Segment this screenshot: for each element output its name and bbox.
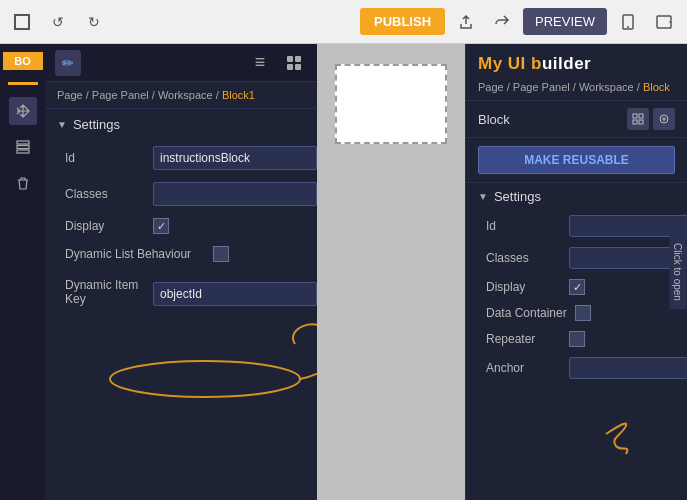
right-id-row: Id bbox=[466, 210, 687, 242]
workspace-canvas bbox=[315, 44, 467, 500]
id-input[interactable] bbox=[153, 146, 317, 170]
right-settings-header[interactable]: ▼ Settings bbox=[466, 182, 687, 210]
trash-icon[interactable] bbox=[9, 169, 37, 197]
svg-rect-5 bbox=[17, 141, 29, 144]
right-display-checkbox[interactable]: ✓ bbox=[569, 279, 585, 295]
right-id-input[interactable] bbox=[569, 215, 687, 237]
right-classes-row: Classes bbox=[466, 242, 687, 274]
hamburger-icon[interactable]: ≡ bbox=[247, 50, 273, 76]
orange-label: BO bbox=[3, 52, 43, 70]
share-icon[interactable] bbox=[487, 7, 517, 37]
display-checkbox[interactable]: ✓ bbox=[153, 218, 169, 234]
right-data-container-checkbox[interactable] bbox=[575, 305, 591, 321]
svg-rect-15 bbox=[633, 120, 637, 124]
right-id-label: Id bbox=[486, 219, 561, 233]
preview-button[interactable]: PREVIEW bbox=[523, 8, 607, 35]
svg-rect-8 bbox=[287, 56, 293, 62]
classes-input[interactable] bbox=[153, 182, 317, 206]
pen-tool-icon[interactable]: ✏ bbox=[55, 50, 81, 76]
right-repeater-row: Repeater bbox=[466, 326, 687, 352]
svg-rect-16 bbox=[639, 120, 643, 124]
right-repeater-checkbox[interactable] bbox=[569, 331, 585, 347]
canvas-area: ✏ ≡ Page / Page Panel / Workspace / Bloc… bbox=[45, 44, 687, 500]
dynamic-list-checkbox[interactable] bbox=[213, 246, 229, 262]
settings-arrow-icon: ▼ bbox=[57, 119, 67, 130]
right-display-row: Display ✓ bbox=[466, 274, 687, 300]
main-layout: BO ✏ ≡ bbox=[0, 44, 687, 500]
right-anchor-input[interactable] bbox=[569, 357, 687, 379]
block-puzzle-icon[interactable] bbox=[627, 108, 649, 130]
right-repeater-label: Repeater bbox=[486, 332, 561, 346]
right-panel: My UI builder Page / Page Panel / Worksp… bbox=[465, 44, 687, 500]
svg-rect-10 bbox=[287, 64, 293, 70]
top-bar: ↺ ↻ PUBLISH PREVIEW bbox=[0, 0, 687, 44]
left-panel: ✏ ≡ Page / Page Panel / Workspace / Bloc… bbox=[45, 44, 317, 500]
tablet-icon[interactable] bbox=[649, 7, 679, 37]
dynamic-item-label2: Key bbox=[65, 292, 145, 306]
dynamic-item-key-input[interactable] bbox=[153, 282, 317, 306]
right-settings-arrow-icon: ▼ bbox=[478, 191, 488, 202]
right-display-label: Display bbox=[486, 280, 561, 294]
move-icon[interactable] bbox=[9, 97, 37, 125]
workspace-block bbox=[335, 64, 447, 144]
block-label: Block bbox=[478, 112, 510, 127]
grid-layout-icon[interactable] bbox=[281, 50, 307, 76]
right-data-container-label: Data Container bbox=[486, 306, 567, 320]
svg-rect-14 bbox=[639, 114, 643, 118]
svg-rect-7 bbox=[17, 150, 29, 153]
right-anchor-label: Anchor bbox=[486, 361, 561, 375]
svg-rect-6 bbox=[17, 146, 29, 149]
make-reusable-button[interactable]: MAKE REUSABLE bbox=[478, 146, 675, 174]
dynamic-item-key-row: Dynamic Item Key bbox=[45, 268, 317, 312]
svg-rect-9 bbox=[295, 56, 301, 62]
left-panel-toolbar: ✏ ≡ bbox=[45, 44, 317, 82]
right-panel-title: My UI builder bbox=[466, 44, 687, 78]
publish-button[interactable]: PUBLISH bbox=[360, 8, 445, 35]
undo-icon[interactable]: ↺ bbox=[44, 8, 72, 36]
block-icons bbox=[627, 108, 675, 130]
block-row: Block bbox=[466, 101, 687, 138]
right-panel-breadcrumb: Page / Page Panel / Workspace / Block bbox=[466, 78, 687, 101]
svg-point-12 bbox=[110, 361, 300, 397]
classes-label: Classes bbox=[65, 187, 145, 201]
svg-rect-11 bbox=[295, 64, 301, 70]
display-label: Display bbox=[65, 219, 145, 233]
make-reusable-container: MAKE REUSABLE bbox=[466, 138, 687, 182]
square-icon[interactable] bbox=[8, 8, 36, 36]
dynamic-list-label: Dynamic List Behaviour bbox=[65, 247, 205, 261]
svg-rect-3 bbox=[657, 16, 671, 28]
upload-icon[interactable] bbox=[451, 7, 481, 37]
left-sidebar: BO bbox=[0, 44, 45, 500]
svg-rect-13 bbox=[633, 114, 637, 118]
id-row: Id bbox=[45, 140, 317, 176]
right-classes-label: Classes bbox=[486, 251, 561, 265]
svg-rect-0 bbox=[15, 15, 29, 29]
dynamic-list-row: Dynamic List Behaviour bbox=[45, 240, 317, 268]
settings-header[interactable]: ▼ Settings bbox=[45, 109, 317, 140]
display-row: Display ✓ bbox=[45, 212, 317, 240]
layers-icon[interactable] bbox=[9, 133, 37, 161]
dynamic-item-label1: Dynamic Item bbox=[65, 278, 145, 292]
classes-row: Classes bbox=[45, 176, 317, 212]
mobile-icon[interactable] bbox=[613, 7, 643, 37]
click-to-open-tab[interactable]: Click to open bbox=[670, 235, 687, 309]
id-label: Id bbox=[65, 151, 145, 165]
left-panel-breadcrumb: Page / Page Panel / Workspace / Block1 bbox=[45, 82, 317, 109]
right-anchor-row: Anchor bbox=[466, 352, 687, 384]
redo-icon[interactable]: ↻ bbox=[80, 8, 108, 36]
right-data-container-row: Data Container bbox=[466, 300, 687, 326]
block-link-icon[interactable] bbox=[653, 108, 675, 130]
